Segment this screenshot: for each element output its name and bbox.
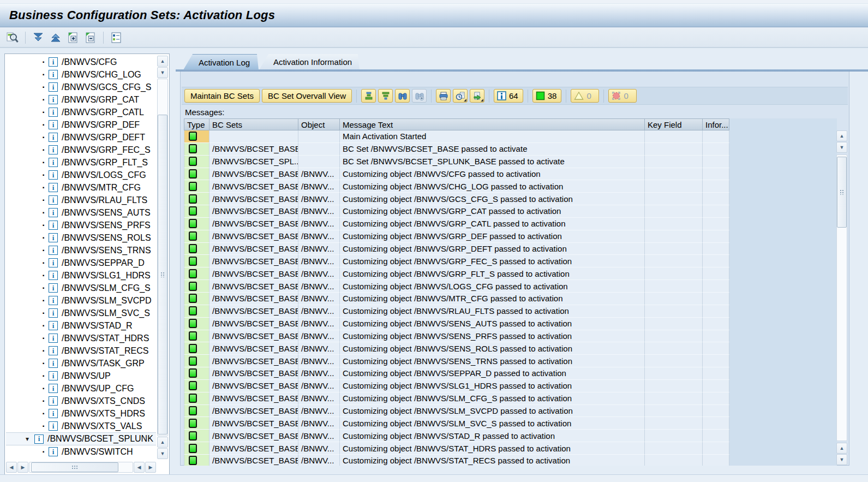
message-cell[interactable]: Customizing object /BNWVS/STAD_R passed …	[340, 430, 645, 442]
information-cell[interactable]	[703, 367, 729, 380]
tree-item[interactable]: ·i/BNWVS/CHG_LOG	[6, 68, 156, 81]
object-cell[interactable]: /BNWV...	[298, 243, 340, 255]
object-cell[interactable]: /BNWV...	[298, 305, 340, 318]
tree-item[interactable]: ·i/BNWVS/STAT_HDRS	[6, 332, 156, 344]
bc-set-cell[interactable]	[209, 130, 298, 143]
tree-item[interactable]: ·i/BNWVS/SLM_SVC_S	[6, 307, 156, 319]
information-cell[interactable]	[703, 293, 729, 305]
info-icon[interactable]: i	[34, 435, 44, 444]
tree-item[interactable]: ·i/BNWVS/SENS_TRNS	[6, 244, 156, 257]
bc-set-cell[interactable]: /BNWVS/BCSET_BASE	[209, 442, 298, 455]
bc-set-cell[interactable]: /BNWVS/BCSET_BASE	[209, 380, 298, 392]
expand-subtree-icon[interactable]	[66, 31, 80, 45]
info-icon[interactable]: i	[49, 145, 58, 154]
info-icon[interactable]: i	[49, 246, 58, 255]
key-field-cell[interactable]	[645, 392, 703, 405]
key-field-cell[interactable]	[645, 455, 703, 466]
info-icon[interactable]: i	[49, 133, 58, 142]
status-cell[interactable]	[184, 380, 209, 392]
object-cell[interactable]: /BNWV...	[298, 180, 340, 193]
key-field-cell[interactable]	[645, 255, 703, 267]
status-cell[interactable]	[184, 230, 209, 243]
scroll-thumb[interactable]	[31, 462, 118, 472]
object-cell[interactable]	[298, 156, 340, 168]
info-icon[interactable]: i	[49, 221, 58, 230]
status-cell[interactable]	[184, 293, 209, 305]
object-cell[interactable]: /BNWV...	[298, 367, 340, 380]
information-cell[interactable]	[703, 243, 729, 255]
object-cell[interactable]: /BNWV...	[298, 193, 340, 205]
info-icon[interactable]: i	[49, 409, 58, 418]
object-cell[interactable]: /BNWV...	[298, 318, 340, 330]
scroll-down-button[interactable]: ▼	[157, 448, 168, 459]
scroll-right-button[interactable]: ▶	[17, 462, 28, 473]
status-cell[interactable]	[184, 417, 209, 430]
tree-item[interactable]: ·i/BNWVS/SENS_ROLS	[6, 231, 156, 244]
message-cell[interactable]: Customizing object /BNWVS/GRP_DEFT passe…	[340, 243, 645, 255]
object-cell[interactable]: /BNWV...	[298, 293, 340, 305]
information-cell[interactable]	[703, 305, 729, 318]
key-field-cell[interactable]	[645, 230, 703, 243]
log-row[interactable]: /BNWVS/BCSET_SPL...BC Set /BNWVS/BCSET_S…	[184, 156, 837, 168]
export-icon[interactable]	[470, 89, 484, 103]
bc-set-cell[interactable]: /BNWVS/BCSET_BASE	[209, 143, 298, 156]
tree-item[interactable]: ▾i/BNWVS/BCSET_SPLUNK	[6, 432, 156, 445]
information-cell[interactable]	[703, 342, 729, 355]
information-cell[interactable]	[703, 255, 729, 267]
info-icon[interactable]: i	[49, 258, 58, 267]
tree-item[interactable]: ·i/BNWVS/GRP_CATL	[6, 106, 156, 118]
tree-item[interactable]: ·i/BNWVS/GRP_FLT_S	[6, 156, 156, 169]
bc-set-cell[interactable]: /BNWVS/BCSET_BASE	[209, 405, 298, 418]
object-cell[interactable]: /BNWV...	[298, 205, 340, 218]
message-cell[interactable]: Customizing object /BNWVS/GRP_FEC_S pass…	[340, 255, 645, 267]
tree-item[interactable]: ·i/BNWVS/XTS_HDRS	[6, 407, 156, 420]
bc-set-cell[interactable]: /BNWVS/BCSET_BASE	[209, 218, 298, 230]
object-cell[interactable]: /BNWV...	[298, 330, 340, 343]
maintain-bc-sets-button[interactable]: Maintain BC Sets	[184, 89, 260, 103]
log-row[interactable]: /BNWVS/BCSET_BASE/BNWV...Customizing obj…	[184, 330, 837, 343]
information-cell[interactable]	[703, 330, 729, 343]
status-cell[interactable]	[184, 330, 209, 343]
tab-activation-information[interactable]: Activation Information	[259, 54, 360, 70]
bc-set-overall-view-button[interactable]: BC Set Overvall View	[262, 89, 352, 103]
information-cell[interactable]	[703, 143, 729, 156]
key-field-cell[interactable]	[645, 205, 703, 218]
message-cell[interactable]: Customizing object /BNWVS/CFG passed to …	[340, 168, 645, 181]
message-cell[interactable]: Customizing object /BNWVS/GCS_CFG_S pass…	[340, 193, 645, 205]
column-header-message-text[interactable]: Message Text	[340, 118, 645, 130]
information-cell[interactable]	[703, 205, 729, 218]
message-cell[interactable]: Customizing object /BNWVS/SENS_ROLS pass…	[340, 342, 645, 355]
tree-item[interactable]: ·i/BNWVS/UP_CFG	[6, 382, 156, 395]
log-row[interactable]: /BNWVS/BCSET_BASE/BNWV...Customizing obj…	[184, 205, 837, 218]
object-cell[interactable]: /BNWV...	[298, 255, 340, 267]
bc-set-cell[interactable]: /BNWVS/BCSET_BASE	[209, 193, 298, 205]
error-count-button[interactable]: 0	[608, 89, 637, 103]
status-cell[interactable]	[184, 305, 209, 318]
key-field-cell[interactable]	[645, 367, 703, 380]
scroll-down-button[interactable]: ▼	[836, 142, 847, 153]
info-icon[interactable]: i	[49, 371, 58, 380]
object-cell[interactable]: /BNWV...	[298, 342, 340, 355]
information-cell[interactable]	[703, 180, 729, 193]
information-cell[interactable]	[703, 280, 729, 293]
info-icon[interactable]: i	[49, 108, 58, 117]
message-cell[interactable]: Customizing object /BNWVS/SLM_SVC_S pass…	[340, 417, 645, 430]
info-icon[interactable]: i	[49, 208, 58, 217]
status-cell[interactable]	[184, 193, 209, 205]
key-field-cell[interactable]	[645, 156, 703, 168]
bc-set-cell[interactable]: /BNWVS/BCSET_BASE	[209, 392, 298, 405]
tree-item[interactable]: ·i/BNWVS/GRP_DEFT	[6, 131, 156, 144]
scroll-right-button[interactable]: ▶	[145, 462, 156, 473]
overview-icon[interactable]	[5, 31, 20, 45]
tree-item[interactable]: ·i/BNWVS/SLG1_HDRS	[6, 269, 156, 282]
info-icon[interactable]: i	[49, 158, 58, 167]
info-icon[interactable]: i	[49, 170, 58, 180]
find-next-icon[interactable]	[412, 89, 427, 103]
message-cell[interactable]: Customizing object /BNWVS/GRP_CATL passe…	[340, 218, 645, 230]
key-field-cell[interactable]	[645, 342, 703, 355]
bc-set-cell[interactable]: /BNWVS/BCSET_SPL...	[209, 156, 298, 168]
log-row[interactable]: /BNWVS/BCSET_BASE/BNWV...Customizing obj…	[184, 392, 837, 405]
key-field-cell[interactable]	[645, 143, 703, 156]
key-field-cell[interactable]	[645, 442, 703, 455]
tree-item[interactable]: ·i/BNWVS/GRP_CAT	[6, 93, 156, 106]
